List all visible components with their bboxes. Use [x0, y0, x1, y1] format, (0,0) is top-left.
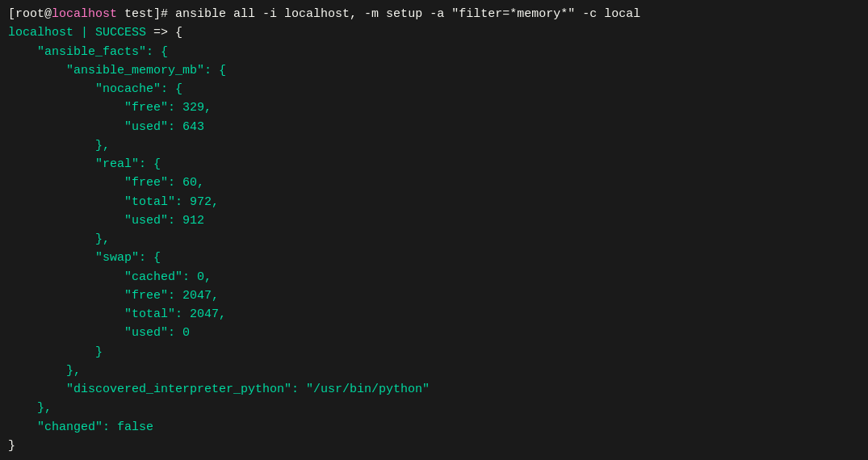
json-line-free-swap: "free": 2047, — [8, 286, 860, 305]
json-line: "ansible_memory_mb": { — [8, 61, 860, 80]
json-close-brace: } — [8, 437, 860, 455]
terminal-window: [root@localhost test]# ansible all -i lo… — [0, 0, 868, 460]
prompt-host: localhost — [52, 7, 117, 21]
json-line: } — [8, 343, 860, 362]
json-line: "real": { — [8, 155, 860, 174]
json-line-total-real: "total": 972, — [8, 193, 860, 211]
json-line-free-nocache: "free": 329, — [8, 98, 860, 117]
json-line: }, — [8, 399, 860, 417]
json-line: "ansible_facts": { — [8, 43, 860, 61]
json-line-cached-swap: "cached": 0, — [8, 268, 860, 286]
prompt-dir: test]# — [117, 7, 175, 21]
json-line-changed: "changed": false — [8, 418, 860, 437]
json-line-interpreter: "discovered_interpreter_python": "/usr/b… — [8, 380, 860, 399]
result-header: localhost | SUCCESS => { — [8, 23, 860, 42]
json-line-total-swap: "total": 2047, — [8, 305, 860, 324]
json-line-free-real: "free": 60, — [8, 174, 860, 192]
json-line: }, — [8, 230, 860, 249]
json-line: "swap": { — [8, 249, 860, 267]
json-line-used-real: "used": 912 — [8, 211, 860, 230]
prompt-at: @ — [44, 7, 52, 21]
json-line: }, — [8, 136, 860, 155]
prompt-user: root — [15, 7, 44, 21]
result-host-success: localhost | SUCCESS — [8, 26, 153, 40]
command-line: [root@localhost test]# ansible all -i lo… — [8, 5, 860, 23]
json-line: "nocache": { — [8, 80, 860, 98]
prompt-bracket-open: [ — [8, 7, 15, 21]
json-line-used-nocache: "used": 643 — [8, 118, 860, 136]
command-text: ansible all -i localhost, -m setup -a "f… — [175, 7, 640, 21]
json-line-used-swap: "used": 0 — [8, 324, 860, 342]
result-arrow: => { — [153, 26, 182, 40]
json-line: }, — [8, 362, 860, 380]
